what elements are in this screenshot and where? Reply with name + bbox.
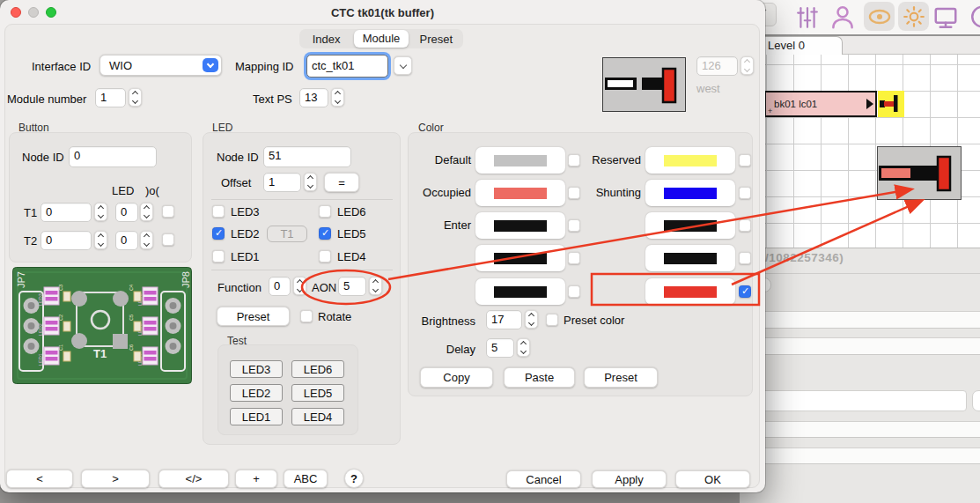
help-button[interactable]: ? xyxy=(344,469,364,488)
test-led2-button[interactable]: LED2 xyxy=(230,384,283,402)
background-text-field[interactable] xyxy=(740,390,967,411)
highlighted-track-cell[interactable] xyxy=(878,91,904,117)
display-monitor-icon[interactable] xyxy=(932,4,960,32)
tab-index[interactable]: Index xyxy=(299,32,353,46)
selected-track-symbol[interactable] xyxy=(877,146,962,200)
test-led6-button[interactable]: LED6 xyxy=(291,360,344,378)
interface-id-popup[interactable]: WIO xyxy=(99,55,222,76)
led4-checkbox[interactable] xyxy=(319,250,331,263)
delay-input[interactable]: 5 xyxy=(486,338,514,358)
color-checkbox-r3[interactable] xyxy=(739,252,751,264)
brightness-sun-icon[interactable] xyxy=(898,2,929,31)
swatch-fill xyxy=(494,253,547,264)
apply-button[interactable]: Apply xyxy=(592,470,667,488)
preview-number-input[interactable]: 126 xyxy=(696,56,738,76)
tab-level-0[interactable]: Level 0 xyxy=(759,36,843,55)
module-number-input[interactable]: 1 xyxy=(95,88,126,107)
mapping-id-input[interactable]: ctc_tk01 xyxy=(306,55,388,78)
t2-led-stepper[interactable] xyxy=(140,231,153,249)
abc-button[interactable]: ABC xyxy=(284,470,328,488)
led3-checkbox[interactable] xyxy=(212,205,225,218)
reserved-color-checkbox[interactable] xyxy=(739,154,751,166)
selected-red-color-checkbox[interactable] xyxy=(739,285,751,298)
swatch-fill xyxy=(494,155,547,166)
text-ps-input[interactable]: 13 xyxy=(299,88,328,107)
user-icon[interactable] xyxy=(829,4,857,32)
prev-button[interactable]: < xyxy=(6,470,73,488)
color-checkbox-l4[interactable] xyxy=(568,285,580,298)
color-swatch-l4[interactable] xyxy=(475,278,565,305)
preset-color-checkbox[interactable] xyxy=(546,314,558,326)
t2-stepper[interactable] xyxy=(94,231,107,249)
brightness-input[interactable]: 17 xyxy=(486,310,522,329)
background-pill-button[interactable] xyxy=(972,390,980,411)
cancel-button[interactable]: Cancel xyxy=(506,470,581,488)
function-stepper[interactable] xyxy=(293,277,306,295)
aon-stepper[interactable] xyxy=(369,277,382,295)
ok-button[interactable]: OK xyxy=(675,470,750,488)
preview-number-stepper[interactable] xyxy=(741,56,754,75)
t2-input[interactable]: 0 xyxy=(41,231,92,250)
brightness-stepper[interactable] xyxy=(525,310,538,329)
t1-stepper[interactable] xyxy=(94,203,107,221)
eye-icon[interactable] xyxy=(864,2,895,31)
filters-sliders-icon[interactable] xyxy=(795,5,820,30)
delay-stepper[interactable] xyxy=(517,338,530,357)
tab-module[interactable]: Module xyxy=(354,30,408,48)
led5-checkbox[interactable] xyxy=(319,227,331,240)
add-button[interactable]: + xyxy=(235,470,277,488)
selected-red-color-swatch[interactable] xyxy=(645,278,735,305)
led1-checkbox[interactable] xyxy=(212,250,225,263)
default-color-swatch[interactable] xyxy=(475,147,565,174)
color-swatch-r3[interactable] xyxy=(645,245,735,271)
t1-led-stepper[interactable] xyxy=(140,203,153,221)
color-checkbox-l3[interactable] xyxy=(568,252,580,264)
next-button[interactable]: > xyxy=(81,470,150,488)
offset-stepper[interactable] xyxy=(304,173,317,191)
test-led4-button[interactable]: LED4 xyxy=(291,408,344,425)
color-preset-button[interactable]: Preset xyxy=(584,367,658,388)
text-ps-stepper[interactable] xyxy=(331,88,344,107)
t2-led-input[interactable]: 0 xyxy=(115,231,138,250)
module-number-stepper[interactable] xyxy=(129,88,142,107)
reserved-color-swatch[interactable] xyxy=(645,147,735,174)
svg-text:JP8: JP8 xyxy=(181,271,191,288)
enter-color-swatch[interactable] xyxy=(475,212,565,239)
copy-button[interactable]: Copy xyxy=(420,367,493,388)
t1-led-input[interactable]: 0 xyxy=(115,203,138,222)
t1-input[interactable]: 0 xyxy=(41,203,92,222)
mapping-id-dropdown-button[interactable] xyxy=(394,56,412,75)
code-button[interactable]: </> xyxy=(158,470,229,488)
led6-checkbox[interactable] xyxy=(319,205,331,218)
equals-button[interactable]: = xyxy=(324,173,359,192)
rotate-checkbox[interactable] xyxy=(300,310,313,322)
track-block-bk01-lc01[interactable]: + bk01 lc01 xyxy=(764,91,877,117)
occupied-color-swatch[interactable] xyxy=(475,180,565,206)
swatch-fill xyxy=(664,220,717,232)
test-led5-button[interactable]: LED5 xyxy=(291,384,344,402)
t2-contact-checkbox[interactable] xyxy=(162,233,174,246)
shunting-color-checkbox[interactable] xyxy=(739,187,751,199)
swatch-fill xyxy=(494,286,547,298)
t1-contact-checkbox[interactable] xyxy=(162,205,174,218)
clipped-circle-icon[interactable] xyxy=(967,4,980,30)
dialog-title: CTC tk01(tk buffer) xyxy=(0,6,765,19)
tab-preset[interactable]: Preset xyxy=(409,32,463,46)
svg-text:C3: C3 xyxy=(58,285,63,291)
color-checkbox-r2[interactable] xyxy=(739,219,751,232)
enter-color-checkbox[interactable] xyxy=(568,219,580,232)
color-swatch-r2[interactable] xyxy=(645,212,735,239)
aon-input[interactable]: 5 xyxy=(338,277,366,296)
shunting-color-swatch[interactable] xyxy=(645,180,735,206)
led-node-id-input[interactable]: 51 xyxy=(263,146,351,167)
led-preset-button[interactable]: Preset xyxy=(217,307,290,326)
button-node-id-input[interactable]: 0 xyxy=(69,146,157,167)
paste-button[interactable]: Paste xyxy=(504,367,575,388)
test-led1-button[interactable]: LED1 xyxy=(230,408,283,425)
t1-ghost-button[interactable]: T1 xyxy=(267,226,307,242)
offset-input[interactable]: 1 xyxy=(263,173,301,192)
test-led3-button[interactable]: LED3 xyxy=(230,360,283,378)
function-input[interactable]: 0 xyxy=(269,277,291,296)
color-swatch-l3[interactable] xyxy=(475,245,565,271)
led2-checkbox[interactable] xyxy=(212,227,225,240)
